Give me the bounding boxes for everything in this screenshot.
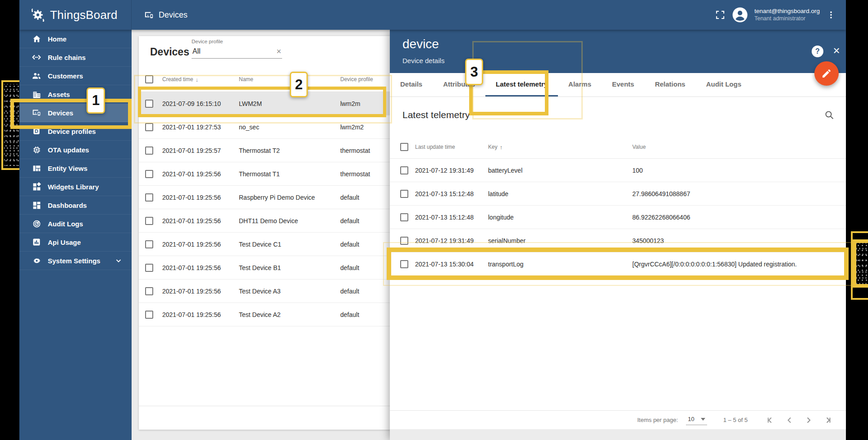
column-created-time[interactable]: Created time↓: [162, 76, 198, 82]
tab-audit-logs[interactable]: Audit Logs: [696, 73, 752, 96]
drawer-subtitle: Device details: [402, 57, 444, 64]
items-per-page-select[interactable]: 10: [686, 415, 707, 425]
row-checkbox[interactable]: [145, 287, 153, 295]
column-key[interactable]: Key↑: [488, 143, 503, 150]
row-checkbox[interactable]: [400, 260, 408, 268]
row-checkbox[interactable]: [400, 213, 408, 221]
row-checkbox[interactable]: [400, 237, 408, 245]
telemetry-row-serialNumber[interactable]: 2021-07-12 19:31:49 serialNumber 3450001…: [390, 229, 846, 252]
telemetry-row-transportLog[interactable]: 2021-07-13 15:30:04 transportLog [QrgvrC…: [390, 252, 846, 276]
rule-chains-icon: [32, 52, 41, 62]
tab-alarms[interactable]: Alarms: [558, 73, 602, 96]
home-icon: [32, 34, 41, 44]
row-checkbox[interactable]: [145, 311, 153, 319]
user-role: Tenant administrator: [754, 15, 820, 23]
device-row-test-b1[interactable]: 2021-07-01 19:25:56 Test Device B1 defau…: [139, 256, 400, 280]
row-checkbox[interactable]: [145, 217, 153, 225]
device-row-thermostat-t1[interactable]: 2021-07-01 19:25:56 Thermostat T1 thermo…: [139, 162, 400, 186]
column-last-update-time[interactable]: Last update time: [415, 144, 455, 150]
last-page-button[interactable]: [820, 412, 835, 428]
sidebar-item-audit-logs[interactable]: Audit Logs: [19, 215, 132, 233]
thingsboard-app: ThingsBoard Devices: [19, 0, 846, 440]
sort-asc-icon: ↑: [500, 143, 503, 150]
sidebar-item-api-usage[interactable]: Api Usage: [19, 233, 132, 252]
column-device-profile[interactable]: Device profile: [340, 76, 373, 82]
page-title: Devices: [144, 10, 187, 20]
user-info[interactable]: tenant@thingsboard.org Tenant administra…: [754, 8, 820, 23]
sidebar-item-device-profiles[interactable]: D Device profiles: [19, 122, 132, 141]
sidebar-item-ota-updates[interactable]: OTA updates: [19, 141, 132, 159]
ota-updates-icon: [32, 145, 41, 155]
row-checkbox[interactable]: [145, 193, 153, 202]
row-checkbox[interactable]: [400, 166, 408, 174]
close-icon[interactable]: ×: [830, 44, 843, 57]
sidebar-item-home[interactable]: Home: [19, 30, 132, 48]
api-usage-icon: [32, 237, 41, 247]
search-icon[interactable]: [824, 110, 835, 122]
row-checkbox[interactable]: [400, 190, 408, 198]
user-avatar-icon[interactable]: [732, 7, 748, 23]
row-checkbox[interactable]: [145, 264, 153, 272]
user-email: tenant@thingsboard.org: [754, 8, 820, 15]
entity-views-icon: [32, 163, 41, 173]
sidebar-item-devices[interactable]: Devices: [19, 104, 132, 122]
devices-panel-title: Devices: [150, 46, 189, 58]
tab-events[interactable]: Events: [602, 73, 644, 96]
column-name[interactable]: Name: [239, 76, 253, 82]
first-page-button[interactable]: [763, 412, 778, 428]
svg-text:D: D: [35, 128, 38, 134]
device-row-dht11[interactable]: 2021-07-01 19:25:56 DHT11 Demo Device de…: [139, 209, 400, 233]
device-row-raspberry-pi[interactable]: 2021-07-01 19:25:56 Raspberry Pi Demo De…: [139, 186, 400, 209]
telemetry-table-body: 2021-07-12 19:31:49 batteryLevel 100 202…: [390, 159, 846, 276]
device-row-no-sec[interactable]: 2021-07-01 19:27:53 no_sec lwm2m2: [139, 115, 400, 139]
edit-fab-button[interactable]: [814, 61, 839, 86]
device-row-thermostat-t2[interactable]: 2021-07-01 19:25:57 Thermostat T2 thermo…: [139, 139, 400, 162]
previous-page-button[interactable]: [782, 412, 797, 428]
device-row-test-a3[interactable]: 2021-07-01 19:25:56 Test Device A3 defau…: [139, 280, 400, 303]
drawer-title: device: [402, 37, 439, 51]
screenshot-root: ThingsBoard Devices: [0, 0, 868, 440]
device-profile-filter[interactable]: Device profile All ×: [192, 39, 282, 59]
devices-icon: [32, 108, 41, 118]
device-profile-filter-value[interactable]: All: [192, 47, 276, 55]
fullscreen-icon[interactable]: [715, 9, 726, 20]
sidebar-item-widgets-library[interactable]: Widgets Library: [19, 178, 132, 196]
assets-icon: [32, 89, 41, 99]
sidebar-item-customers[interactable]: Customers: [19, 67, 132, 85]
sidebar-item-dashboards[interactable]: Dashboards: [19, 196, 132, 215]
device-row-test-c1[interactable]: 2021-07-01 19:25:56 Test Device C1 defau…: [139, 233, 400, 256]
pencil-icon: [821, 68, 832, 79]
select-all-checkbox[interactable]: [400, 143, 408, 151]
row-checkbox[interactable]: [145, 100, 153, 108]
telemetry-row-longitude[interactable]: 2021-07-13 15:12:48 longitude 86.9226226…: [390, 206, 846, 229]
left-edge-callout-noise: [4, 84, 19, 166]
devices-table-footer: [139, 406, 400, 430]
sidebar-item-rule-chains[interactable]: Rule chains: [19, 48, 132, 67]
help-icon[interactable]: ?: [812, 46, 823, 57]
sidebar-item-system-settings[interactable]: System Settings: [19, 252, 132, 270]
row-checkbox[interactable]: [145, 147, 153, 155]
clear-filter-icon[interactable]: ×: [276, 47, 281, 55]
sidebar-item-entity-views[interactable]: Entity Views: [19, 159, 132, 178]
telemetry-row-batteryLevel[interactable]: 2021-07-12 19:31:49 batteryLevel 100: [390, 159, 846, 182]
widgets-library-icon: [32, 182, 41, 192]
thingsboard-logo-icon: [29, 6, 46, 23]
sidebar-item-assets[interactable]: Assets: [19, 85, 132, 104]
next-page-button[interactable]: [801, 412, 816, 428]
column-value[interactable]: Value: [632, 144, 646, 150]
tab-latest-telemetry[interactable]: Latest telemetry: [485, 73, 558, 96]
select-all-checkbox[interactable]: [145, 75, 153, 83]
telemetry-row-latitude[interactable]: 2021-07-13 15:12:48 latitude 27.98606491…: [390, 182, 846, 206]
right-edge-callout-inner-frame: [853, 239, 868, 288]
brand-area[interactable]: ThingsBoard: [19, 0, 132, 30]
tab-relations[interactable]: Relations: [644, 73, 696, 96]
tab-attributes[interactable]: Attributes: [433, 73, 485, 96]
row-checkbox[interactable]: [145, 123, 153, 131]
tab-details[interactable]: Details: [390, 73, 433, 96]
telemetry-table-header: Last update time Key↑ Value: [390, 135, 846, 159]
row-checkbox[interactable]: [145, 170, 153, 178]
more-vert-icon[interactable]: [826, 10, 836, 20]
device-row-test-a2[interactable]: 2021-07-01 19:25:56 Test Device A2 defau…: [139, 303, 400, 326]
row-checkbox[interactable]: [145, 240, 153, 248]
device-row-lwm2m[interactable]: 2021-07-09 16:15:10 LWM2M lwm2m: [139, 92, 400, 115]
